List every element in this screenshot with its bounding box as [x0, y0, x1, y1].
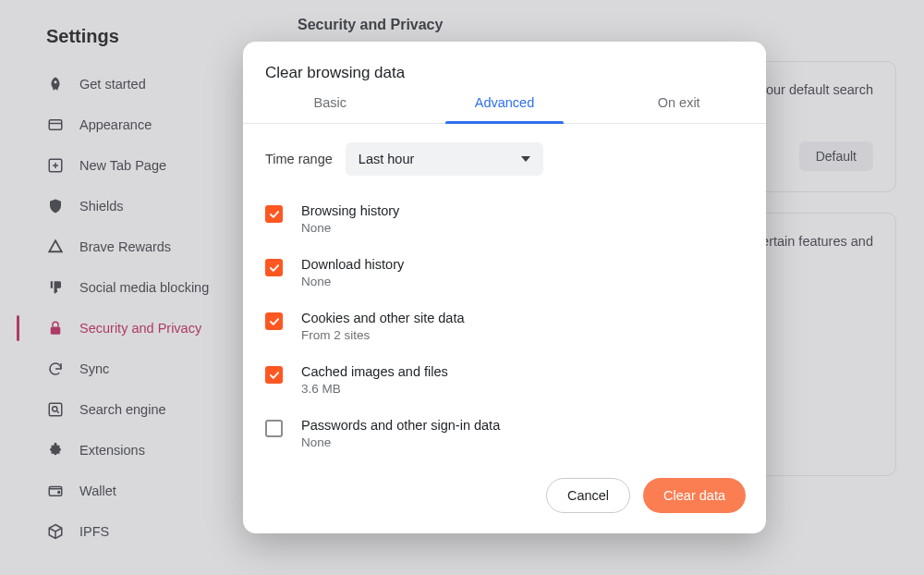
- option-subtitle: None: [301, 275, 404, 288]
- clear-option-row: Cached images and files3.6 MB: [265, 355, 744, 409]
- checkbox[interactable]: [265, 420, 283, 437]
- dialog-title: Clear browsing data: [243, 42, 766, 95]
- option-subtitle: From 2 sites: [301, 328, 465, 342]
- clear-option-row: Browsing historyNone: [265, 194, 744, 248]
- checkbox[interactable]: [265, 205, 283, 223]
- time-range-label: Time range: [265, 152, 333, 166]
- clear-browsing-data-dialog: Clear browsing data BasicAdvancedOn exit…: [243, 42, 766, 533]
- option-title: Cached images and files: [301, 364, 448, 379]
- clear-option-row: Cookies and other site dataFrom 2 sites: [265, 301, 744, 355]
- tab-on-exit[interactable]: On exit: [591, 95, 766, 123]
- option-title: Download history: [301, 257, 404, 272]
- clear-data-options: Browsing historyNoneDownload historyNone…: [265, 194, 744, 459]
- dialog-tabs: BasicAdvancedOn exit: [243, 95, 766, 124]
- time-range-row: Time range Last hour: [265, 142, 744, 176]
- checkbox[interactable]: [265, 312, 283, 330]
- option-title: Browsing history: [301, 203, 399, 218]
- cancel-button[interactable]: Cancel: [546, 478, 630, 513]
- option-subtitle: 3.6 MB: [301, 382, 448, 396]
- dialog-body: Time range Last hour Browsing historyNon…: [243, 124, 766, 459]
- option-subtitle: None: [301, 221, 399, 235]
- option-title: Passwords and other sign-in data: [301, 418, 500, 433]
- option-title: Cookies and other site data: [301, 311, 465, 325]
- chevron-down-icon: [521, 156, 530, 162]
- clear-option-row: Download historyNone: [265, 248, 744, 301]
- dialog-footer: Cancel Clear data: [243, 459, 766, 533]
- option-subtitle: None: [301, 435, 500, 449]
- tab-basic[interactable]: Basic: [243, 95, 418, 123]
- clear-option-row: Passwords and other sign-in dataNone: [265, 409, 744, 459]
- time-range-select[interactable]: Last hour: [346, 142, 543, 176]
- time-range-value: Last hour: [359, 152, 414, 166]
- tab-advanced[interactable]: Advanced: [418, 95, 592, 123]
- checkbox[interactable]: [265, 366, 283, 384]
- checkbox[interactable]: [265, 259, 283, 276]
- clear-data-button[interactable]: Clear data: [643, 478, 746, 513]
